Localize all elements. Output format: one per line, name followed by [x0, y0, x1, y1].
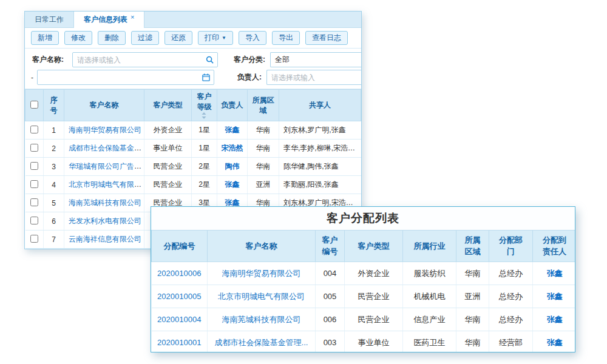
table-row[interactable]: 4 北京市明城电气有限公司 民营企业 2星 张鑫 亚洲 李勤丽,阳强,张鑫	[25, 176, 361, 194]
col-alloc-customer-no[interactable]: 客户编号	[316, 231, 345, 262]
customer-name-input[interactable]	[73, 56, 206, 64]
alloc-dept-cell: 总经办	[489, 308, 533, 331]
col-alloc-region[interactable]: 所属区域	[456, 231, 489, 262]
row-select-cell	[25, 176, 44, 194]
owner-link[interactable]: 张鑫	[225, 198, 240, 207]
col-alloc-industry[interactable]: 所属行业	[403, 231, 456, 262]
assignee-link[interactable]: 张鑫	[547, 338, 563, 347]
customer-name-link[interactable]: 海南芜城科技有限公司	[69, 198, 141, 207]
export-button[interactable]: 导出	[272, 31, 300, 45]
alloc-industry-cell: 机械机电	[403, 285, 456, 308]
row-checkbox[interactable]	[30, 235, 38, 243]
table-row[interactable]: 3 华瑞城有限公司广告设计部 民营企业 2星 陶伟 华南 陈华健,陶伟,张鑫	[25, 158, 361, 176]
alloc-type-cell: 事业单位	[345, 331, 403, 353]
row-checkbox[interactable]	[30, 126, 38, 133]
col-shared[interactable]: 共享人	[279, 90, 361, 121]
customer-name-link[interactable]: 光发水利水电有限公司	[69, 217, 141, 225]
owner-link[interactable]: 宋浩然	[222, 144, 243, 152]
allocation-row[interactable]: 2020010004 海南芜城科技有限公司 006 民营企业 信息产业 华南 总…	[152, 308, 576, 331]
desktop-stage: 日常工作 客户信息列表 × 新增 修改 删除 过滤 还原 打印 ▼ 导入 导出 …	[0, 0, 607, 364]
alloc-industry-cell: 信息产业	[403, 308, 456, 331]
row-no: 7	[44, 231, 64, 249]
allocation-row[interactable]: 2020010006 海南明华贸易有限公司 004 外资企业 服装纺织 华南 总…	[152, 262, 576, 285]
owner-link[interactable]: 张鑫	[225, 180, 240, 189]
alloc-assignee-cell: 张鑫	[533, 331, 576, 353]
customer-type-cell: 民营企业	[144, 176, 192, 194]
alloc-dept-cell: 经营部	[489, 331, 533, 353]
alloc-id-link[interactable]: 2020010001	[157, 338, 201, 347]
customer-name-link[interactable]: 海南明华贸易有限公司	[69, 126, 141, 134]
row-no: 4	[44, 176, 64, 194]
restore-button[interactable]: 还原	[164, 31, 192, 45]
customer-name-link[interactable]: 北京市明城电气有限公司	[69, 180, 144, 189]
owner-link[interactable]: 张鑫	[225, 126, 240, 134]
tab-bar: 日常工作 客户信息列表 ×	[25, 12, 361, 28]
customer-name-link[interactable]: 海南明华贸易有限公司	[222, 269, 301, 278]
search-icon[interactable]	[206, 56, 214, 64]
shared-cell: 李勤丽,阳强,张鑫	[279, 176, 361, 194]
customer-name-link[interactable]: 华瑞城有限公司广告设计部	[69, 162, 144, 170]
col-alloc-customer-type[interactable]: 客户类型	[345, 231, 403, 262]
row-checkbox[interactable]	[30, 198, 38, 206]
assignee-link[interactable]: 张鑫	[547, 315, 563, 324]
col-customer-type[interactable]: 客户类型	[144, 90, 192, 121]
assignee-link[interactable]: 张鑫	[547, 292, 563, 301]
alloc-id-cell: 2020010006	[152, 262, 208, 285]
close-icon[interactable]: ×	[131, 13, 134, 21]
owner-link[interactable]: 陶伟	[225, 162, 240, 170]
alloc-dept-cell: 总经办	[489, 285, 533, 308]
allocation-row[interactable]: 2020010001 成都市社会保险基金管理... 003 事业单位 医药卫生 …	[152, 331, 576, 353]
col-customer-level[interactable]: 客户等级	[192, 90, 217, 121]
calendar-icon[interactable]	[202, 73, 210, 81]
allocation-row[interactable]: 2020010005 北京市明城电气有限公司 005 民营企业 机械机电 亚洲 …	[152, 285, 576, 308]
assignee-link[interactable]: 张鑫	[547, 269, 563, 278]
alloc-cust-no-cell: 003	[316, 331, 345, 353]
table-row[interactable]: 2 成都市社会保险基金管理... 事业单位 1星 宋浩然 华南 李华,李婷,柳琳…	[25, 140, 361, 158]
alloc-name-cell: 北京市明城电气有限公司	[208, 285, 316, 308]
tab-customer-list[interactable]: 客户信息列表 ×	[73, 12, 144, 28]
owner-input-wrap	[266, 70, 361, 85]
customer-name-link[interactable]: 北京市明城电气有限公司	[218, 292, 305, 301]
customer-name-link[interactable]: 成都市社会保险基金管理...	[215, 338, 308, 347]
row-checkbox[interactable]	[30, 144, 38, 152]
col-customer-name[interactable]: 客户名称	[64, 90, 144, 121]
alloc-cust-no-cell: 005	[316, 285, 345, 308]
alloc-id-link[interactable]: 2020010005	[157, 292, 201, 301]
col-alloc-id[interactable]: 分配编号	[152, 231, 208, 262]
col-alloc-dept[interactable]: 分配部门	[489, 231, 533, 262]
owner-cell: 陶伟	[217, 158, 248, 176]
row-checkbox[interactable]	[30, 162, 38, 170]
tab-daily-work[interactable]: 日常工作	[25, 12, 73, 27]
owner-input[interactable]	[267, 73, 358, 82]
customer-name-link[interactable]: 成都市社会保险基金管理...	[69, 144, 144, 152]
import-button[interactable]: 导入	[239, 31, 266, 45]
add-button[interactable]: 新增	[31, 31, 59, 45]
delete-button[interactable]: 删除	[98, 31, 126, 45]
owner-cell: 张鑫	[217, 121, 248, 140]
customer-level-cell: 1星	[192, 121, 217, 140]
row-checkbox[interactable]	[30, 180, 38, 188]
customer-name-link[interactable]: 云南海祥信息有限公司	[69, 235, 141, 243]
select-all-checkbox[interactable]	[30, 101, 38, 109]
customer-level-cell: 2星	[192, 158, 217, 176]
print-button[interactable]: 打印 ▼	[198, 31, 233, 45]
col-alloc-assignee[interactable]: 分配到责任人	[533, 231, 576, 262]
col-owner[interactable]: 负责人	[217, 90, 248, 121]
table-row[interactable]: 1 海南明华贸易有限公司 外资企业 1星 张鑫 华南 刘东林,罗广明,张鑫	[25, 121, 361, 140]
col-region[interactable]: 所属区域	[248, 90, 279, 121]
view-log-button[interactable]: 查看日志	[305, 31, 348, 45]
allocation-table: 分配编号 客户名称 客户编号 客户类型 所属行业 所属区域 分配部门 分配到责任…	[151, 230, 575, 352]
shared-cell: 李华,李婷,柳琳,宋浩然,张鑫	[279, 140, 361, 158]
col-no: 序号	[44, 90, 64, 121]
sort-icon[interactable]	[202, 112, 206, 119]
alloc-id-link[interactable]: 2020010004	[157, 315, 201, 324]
customer-name-link[interactable]: 海南芜城科技有限公司	[222, 315, 301, 324]
edit-button[interactable]: 修改	[64, 31, 92, 45]
row-checkbox[interactable]	[30, 217, 38, 224]
alloc-id-link[interactable]: 2020010006	[157, 269, 201, 278]
alloc-region-cell: 华南	[456, 308, 489, 331]
date-input[interactable]	[38, 73, 202, 82]
filter-button[interactable]: 过滤	[131, 31, 159, 45]
col-alloc-customer-name[interactable]: 客户名称	[208, 231, 316, 262]
customer-category-input[interactable]	[271, 56, 358, 64]
